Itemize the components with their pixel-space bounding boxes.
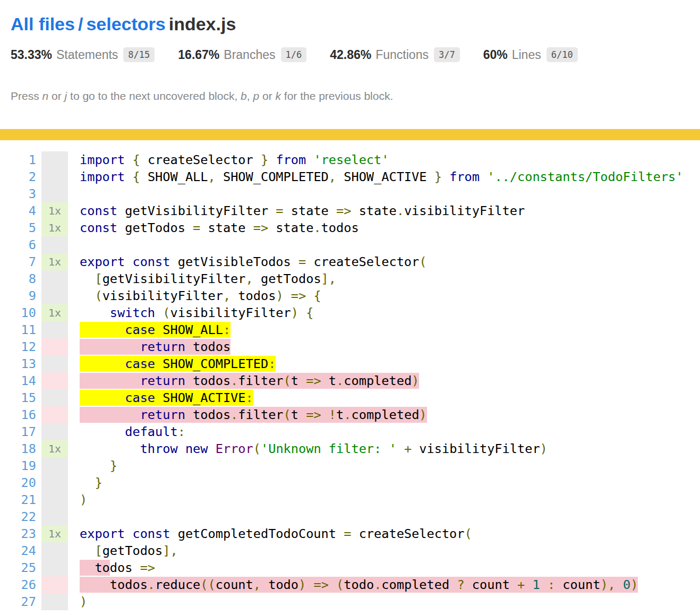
- breadcrumb-separator: /: [78, 14, 83, 34]
- execution-count: [41, 389, 68, 406]
- code-token: [80, 322, 125, 337]
- code-token: [155, 305, 163, 320]
- line-number: 27: [0, 593, 36, 610]
- code-line: 25 todos =>: [0, 559, 700, 576]
- line-number: 11: [0, 321, 36, 338]
- code-line: 21): [0, 491, 700, 508]
- code-text: ): [80, 492, 87, 507]
- code-token: 'reselect': [313, 152, 389, 167]
- code-token: }: [95, 475, 102, 490]
- code-line: 11 case SHOW_ALL:: [0, 321, 700, 338]
- code-token: [80, 390, 125, 405]
- code-token: SHOW_ACTIVE: [336, 169, 434, 184]
- code-token: [80, 271, 95, 286]
- code-token: :: [223, 322, 231, 337]
- stat-label: Functions: [375, 48, 429, 62]
- code-text: case SHOW_COMPLETED:: [80, 356, 276, 371]
- execution-count: [41, 457, 68, 474]
- line-number: 24: [0, 542, 36, 559]
- code-token: 'Unknown filter: ': [261, 441, 397, 456]
- uncovered-highlight: return todos: [80, 339, 231, 355]
- code-text: default:: [80, 424, 185, 439]
- code-token: SHOW_ALL: [155, 322, 223, 337]
- breadcrumb-all-files-link[interactable]: All files: [11, 14, 75, 34]
- stat-fraction-badge: 3/7: [434, 47, 460, 62]
- code-token: ,: [246, 271, 253, 286]
- code-token: (: [163, 305, 170, 320]
- code-token: todos: [185, 339, 231, 354]
- code-line: 9 (visibilityFilter, todos) => {: [0, 287, 700, 304]
- code-token: [: [95, 271, 102, 286]
- shortcut-key: k: [275, 90, 281, 102]
- code-token: ],: [321, 271, 336, 286]
- help-text: to go to the next uncovered block,: [67, 90, 241, 102]
- execution-count: [41, 491, 68, 508]
- code-token: ,: [253, 577, 261, 592]
- code-token: [616, 577, 623, 592]
- code-token: {: [132, 152, 140, 167]
- code-token: +: [517, 577, 525, 592]
- code-token: export: [80, 254, 125, 269]
- uncovered-highlight: case SHOW_ACTIVE:: [80, 390, 253, 406]
- code-token: (: [336, 577, 344, 592]
- line-number: 14: [0, 372, 36, 389]
- code-token: 1: [532, 577, 540, 592]
- code-token: [: [95, 543, 102, 558]
- uncovered-highlight: todos.reduce((count, todo) => (todo.comp…: [80, 577, 638, 593]
- stat-statements: 53.33%Statements8/15: [11, 47, 155, 62]
- line-number: 17: [0, 423, 36, 440]
- execution-count: 1x: [41, 304, 68, 321]
- code-token: ): [412, 373, 419, 388]
- code-token: ): [419, 407, 426, 422]
- code-token: return: [140, 339, 185, 354]
- code-token: ),: [600, 577, 615, 592]
- code-line: 15 case SHOW_ACTIVE:: [0, 389, 700, 406]
- code-text: ): [80, 594, 87, 609]
- code-token: getVisibilityFilter: [117, 203, 276, 218]
- execution-count: [41, 474, 68, 491]
- execution-count: [41, 423, 68, 440]
- code-token: getVisibleTodos: [170, 254, 298, 269]
- stat-functions: 42.86%Functions3/7: [330, 47, 459, 62]
- code-token: visibilityFilter: [412, 441, 540, 456]
- code-line: 71xexport const getVisibleTodos = create…: [0, 253, 700, 270]
- stat-label: Lines: [512, 48, 541, 62]
- stat-percentage: 42.86%: [330, 48, 371, 62]
- code-token: [525, 577, 532, 592]
- line-number: 10: [0, 304, 36, 321]
- line-number: 1: [0, 151, 36, 168]
- shortcut-key: n: [42, 90, 49, 102]
- coverage-status-bar: [0, 129, 700, 140]
- code-token: count: [555, 577, 600, 592]
- code-line: 2import { SHOW_ALL, SHOW_COMPLETED, SHOW…: [0, 168, 700, 185]
- shortcut-key: p: [253, 90, 259, 102]
- execution-count: [41, 406, 68, 423]
- code-token: const: [132, 254, 170, 269]
- breadcrumb-folder-link[interactable]: selectors: [86, 14, 165, 34]
- code-text: return todos: [80, 339, 231, 354]
- code-token: .: [148, 577, 155, 592]
- code-token: ): [630, 577, 638, 592]
- code-token: createSelector: [306, 254, 419, 269]
- code-token: ?: [457, 577, 464, 592]
- line-number: 23: [0, 525, 36, 542]
- stat-percentage: 60%: [483, 48, 508, 62]
- code-token: [125, 254, 132, 269]
- line-number: 8: [0, 270, 36, 287]
- code-token: [397, 441, 404, 456]
- code-token: dos: [110, 560, 140, 575]
- code-token: [208, 441, 216, 456]
- code-token: t: [291, 373, 306, 388]
- execution-count: [41, 338, 68, 355]
- code-token: .: [344, 407, 351, 422]
- code-token: [329, 577, 336, 592]
- line-number: 21: [0, 491, 36, 508]
- code-token: [80, 339, 140, 354]
- line-number: 15: [0, 389, 36, 406]
- code-token: state: [284, 203, 336, 218]
- code-token: const: [132, 526, 170, 541]
- code-token: [80, 305, 110, 320]
- code-text: case SHOW_ACTIVE:: [80, 390, 253, 405]
- code-token: ((: [200, 577, 215, 592]
- code-token: from: [449, 169, 480, 184]
